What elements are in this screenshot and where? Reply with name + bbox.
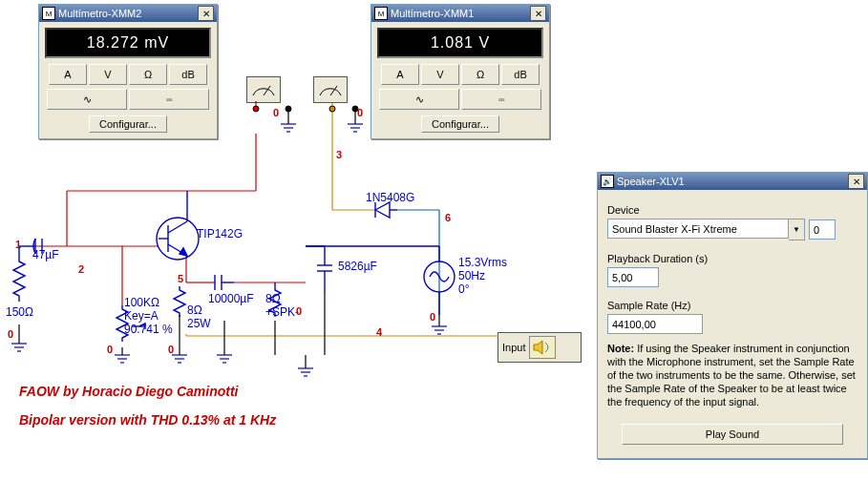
duration-field[interactable]: 5,00	[607, 267, 659, 287]
device-label: Device	[607, 203, 857, 217]
svg-marker-43	[180, 248, 187, 256]
node-4: 4	[376, 326, 382, 338]
device-select[interactable]: Sound Blaster X-Fi Xtreme ▼	[607, 219, 805, 240]
rate-label: Sample Rate (Hz)	[607, 299, 857, 312]
transistor-label: TIP142G	[197, 227, 243, 240]
node-0: 0	[357, 107, 363, 118]
device-aux-field[interactable]: 0	[809, 219, 836, 240]
node-0: 0	[273, 107, 279, 118]
pot-label: 100KΩ Key=A 90.741 %	[124, 296, 173, 336]
svg-line-40	[168, 221, 187, 233]
titlebar[interactable]: 🔊 Speaker-XLV1 ✕	[598, 173, 867, 190]
close-icon[interactable]: ✕	[848, 174, 864, 189]
node-2: 2	[78, 263, 84, 275]
node-1: 1	[15, 239, 21, 250]
c10000-label: 10000µF	[208, 292, 254, 305]
speaker-icon: 🔊	[601, 175, 614, 188]
node-0: 0	[8, 328, 13, 340]
node-5: 5	[178, 273, 183, 284]
svg-point-84	[253, 106, 259, 112]
svg-point-85	[286, 106, 291, 112]
duration-label: Playback Duration (s)	[607, 252, 857, 265]
note-text: Note: If using the Speaker instrument in…	[607, 342, 857, 408]
node-3: 3	[336, 149, 342, 160]
speaker-window: 🔊 Speaker-XLV1 ✕ Device Sound Blaster X-…	[597, 172, 868, 459]
node-0: 0	[168, 344, 174, 355]
spk-load-label: 8Ω +SPK-	[265, 292, 299, 319]
chevron-down-icon[interactable]: ▼	[789, 219, 805, 240]
rate-field[interactable]: 44100,00	[607, 314, 703, 334]
play-sound-button[interactable]: Play Sound	[622, 424, 843, 445]
vsrc-label: 15.3Vrms 50Hz 0°	[458, 256, 507, 296]
device-value: Sound Blaster X-Fi Xtreme	[607, 219, 789, 239]
cap-in-label: 47µF	[32, 248, 59, 261]
credit-line-1: FAOW by Horacio Diego Caminotti	[19, 384, 238, 399]
diode-label: 1N5408G	[366, 191, 414, 204]
node-0: 0	[296, 305, 302, 317]
window-title: Speaker-XLV1	[617, 176, 685, 187]
node-6: 6	[445, 212, 451, 223]
node-0: 0	[107, 344, 113, 355]
svg-point-86	[329, 106, 335, 112]
r150-label: 150Ω	[6, 305, 33, 319]
credit-line-2: Bipolar version with THD 0.13% at 1 KHz	[19, 412, 276, 428]
c5826-label: 5826µF	[338, 260, 377, 273]
r8-25w-label: 8Ω 25W	[187, 303, 211, 330]
node-0: 0	[430, 311, 435, 323]
